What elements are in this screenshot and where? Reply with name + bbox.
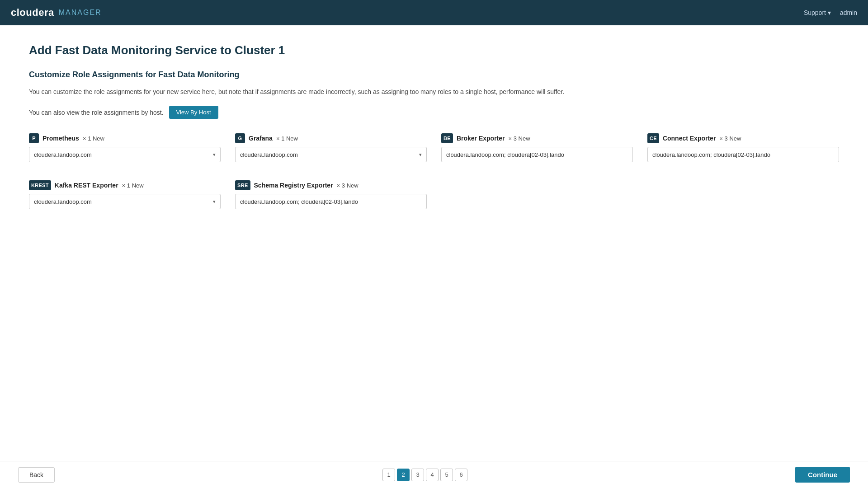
role-input[interactable]: cloudera.landoop.com▾ <box>235 147 427 162</box>
dropdown-arrow-icon: ▾ <box>213 199 216 205</box>
role-name: Kafka REST Exporter <box>55 182 118 189</box>
role-name: Grafana <box>249 135 273 142</box>
role-header: KRESTKafka REST Exporter × 1 New <box>29 180 221 190</box>
role-name: Broker Exporter <box>457 135 505 142</box>
role-card-sre: SRESchema Registry Exporter × 3 Newcloud… <box>235 180 427 209</box>
role-input-text: cloudera.landoop.com <box>34 151 209 158</box>
role-badge: KREST <box>29 180 51 190</box>
logo-cloudera: cloudera <box>11 7 54 19</box>
role-badge: CE <box>647 133 659 143</box>
role-badge: BE <box>441 133 453 143</box>
support-menu[interactable]: Support ▾ <box>804 9 831 16</box>
role-name: Connect Exporter <box>663 135 716 142</box>
role-input[interactable]: cloudera.landoop.com▾ <box>29 147 221 162</box>
dropdown-arrow-icon: ▾ <box>419 152 422 158</box>
view-by-host-row: You can also view the role assignments b… <box>29 106 839 119</box>
role-header: PPrometheus × 1 New <box>29 133 221 143</box>
view-by-host-button[interactable]: View By Host <box>169 106 218 119</box>
role-name: Schema Registry Exporter <box>254 182 333 189</box>
role-header: BEBroker Exporter × 3 New <box>441 133 633 143</box>
role-name: Prometheus <box>42 135 79 142</box>
role-input-text: cloudera.landoop.com <box>240 151 415 158</box>
main-content: Add Fast Data Monitoring Service to Clus… <box>0 25 868 461</box>
role-separator: × 1 New <box>83 135 104 142</box>
role-separator: × 3 New <box>719 135 741 142</box>
role-card-p: PPrometheus × 1 Newcloudera.landoop.com▾ <box>29 133 221 162</box>
role-header: SRESchema Registry Exporter × 3 New <box>235 180 427 190</box>
role-card-g: GGrafana × 1 Newcloudera.landoop.com▾ <box>235 133 427 162</box>
role-card-be: BEBroker Exporter × 3 Newcloudera.landoo… <box>441 133 633 162</box>
role-separator: × 3 New <box>337 182 359 189</box>
role-input-text: cloudera.landoop.com; cloudera[02-03].la… <box>446 151 628 158</box>
role-separator: × 1 New <box>122 182 144 189</box>
view-by-host-label: You can also view the role assignments b… <box>29 109 164 116</box>
role-badge: P <box>29 133 39 143</box>
role-grid-row2: KRESTKafka REST Exporter × 1 Newcloudera… <box>29 180 839 209</box>
role-badge: SRE <box>235 180 250 190</box>
role-input-text: cloudera.landoop.com; cloudera[02-03].la… <box>652 151 834 158</box>
logo-manager: MANAGER <box>59 9 102 17</box>
admin-menu[interactable]: admin <box>840 9 857 16</box>
header-nav: Support ▾ admin <box>804 9 857 16</box>
logo: cloudera MANAGER <box>11 7 102 19</box>
role-badge: G <box>235 133 245 143</box>
role-input-text: cloudera.landoop.com; cloudera[02-03].la… <box>240 198 422 205</box>
role-input[interactable]: cloudera.landoop.com; cloudera[02-03].la… <box>647 147 839 162</box>
role-input[interactable]: cloudera.landoop.com▾ <box>29 194 221 209</box>
section-title: Customize Role Assignments for Fast Data… <box>29 70 839 80</box>
role-input-text: cloudera.landoop.com <box>34 198 209 205</box>
role-header: CEConnect Exporter × 3 New <box>647 133 839 143</box>
description-text: You can customize the role assignments f… <box>29 87 617 97</box>
role-separator: × 1 New <box>276 135 298 142</box>
dropdown-arrow-icon: ▾ <box>213 152 216 158</box>
role-card-krest: KRESTKafka REST Exporter × 1 Newcloudera… <box>29 180 221 209</box>
role-header: GGrafana × 1 New <box>235 133 427 143</box>
role-input[interactable]: cloudera.landoop.com; cloudera[02-03].la… <box>441 147 633 162</box>
role-card-ce: CEConnect Exporter × 3 Newcloudera.lando… <box>647 133 839 162</box>
app-header: cloudera MANAGER Support ▾ admin <box>0 0 868 25</box>
role-grid-row1: PPrometheus × 1 Newcloudera.landoop.com▾… <box>29 133 839 162</box>
role-separator: × 3 New <box>508 135 530 142</box>
page-title: Add Fast Data Monitoring Service to Clus… <box>29 43 839 57</box>
role-input[interactable]: cloudera.landoop.com; cloudera[02-03].la… <box>235 194 427 209</box>
